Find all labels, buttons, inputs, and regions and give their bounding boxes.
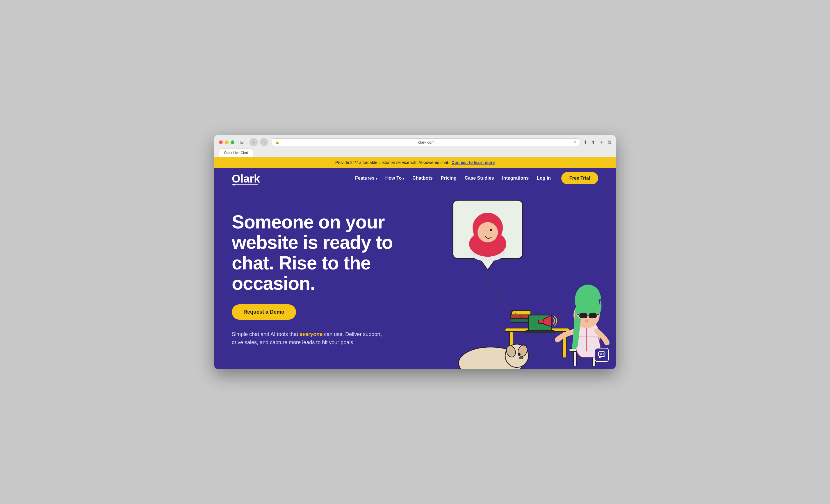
forward-button[interactable]: › (260, 138, 268, 146)
browser-controls: ⊞ ‹ › 🔒 olark.com ↻ ⬇ ⬆ ＋ ⧉ (219, 138, 611, 146)
svg-point-42 (603, 354, 604, 355)
svg-point-37 (518, 353, 520, 356)
address-bar[interactable]: 🔒 olark.com ↻ (272, 138, 580, 146)
nav-item-features[interactable]: Features ▾ (355, 175, 377, 181)
svg-rect-20 (525, 331, 554, 333)
share-icon[interactable]: ⬆ (591, 139, 595, 145)
refresh-icon[interactable]: ↻ (573, 140, 576, 144)
nav-link-login[interactable]: Log in (537, 175, 551, 181)
tab-bar: Olark Live Chat (219, 148, 611, 157)
announcement-bar: Provide 24/7 affordable customer service… (214, 157, 616, 168)
nav-link-case-studies[interactable]: Case Studies (465, 175, 494, 181)
nav-link-pricing[interactable]: Pricing (441, 175, 456, 181)
announcement-link[interactable]: Connect to learn more (452, 160, 495, 165)
nav-item-howto[interactable]: How To ▾ (385, 175, 405, 181)
browser-actions: ⬇ ⬆ ＋ ⧉ (583, 139, 611, 145)
logo-svg: Olark (232, 171, 269, 186)
maximize-button[interactable] (231, 140, 234, 144)
tabs-icon[interactable]: ⧉ (608, 139, 611, 145)
nav-link-howto[interactable]: How To ▾ (385, 175, 405, 181)
close-button[interactable] (219, 140, 223, 144)
nav-item-chatbots[interactable]: Chatbots (412, 175, 433, 181)
logo[interactable]: Olark (232, 171, 269, 186)
svg-point-41 (601, 354, 602, 355)
sidebar-toggle-icon[interactable]: ⊞ (238, 138, 246, 146)
chevron-down-icon: ▾ (376, 177, 377, 180)
svg-point-38 (519, 356, 523, 359)
nav-link-features[interactable]: Features ▾ (355, 175, 377, 181)
back-button[interactable]: ‹ (250, 138, 258, 146)
nav-item-login[interactable]: Log in (537, 175, 551, 181)
chevron-down-icon: ▾ (403, 177, 404, 180)
active-tab[interactable]: Olark Live Chat (219, 148, 253, 157)
nav-link-chatbots[interactable]: Chatbots (412, 175, 433, 181)
free-trial-button[interactable]: Free Trial (561, 172, 598, 184)
minimize-button[interactable] (225, 140, 229, 144)
hero-title: Someone on your website is ready to chat… (232, 212, 406, 294)
new-tab-icon[interactable]: ＋ (599, 139, 604, 145)
main-nav: Olark Features ▾ How To ▾ (214, 168, 616, 189)
nav-item-integrations[interactable]: Integrations (502, 175, 529, 181)
browser-nav: ‹ › (250, 138, 268, 146)
svg-rect-28 (579, 313, 587, 318)
svg-rect-29 (588, 313, 597, 318)
nav-link-integrations[interactable]: Integrations (502, 175, 529, 181)
nav-item-free-trial[interactable]: Free Trial (559, 172, 598, 184)
hero-content: Someone on your website is ready to chat… (232, 206, 406, 347)
browser-chrome: ⊞ ‹ › 🔒 olark.com ↻ ⬇ ⬆ ＋ ⧉ Olark Live C… (214, 135, 616, 157)
svg-rect-23 (574, 351, 576, 366)
svg-rect-1 (232, 184, 258, 184)
announcement-text: Provide 24/7 affordable customer service… (335, 160, 449, 165)
hero-svg (418, 195, 616, 369)
subtitle-before: Simple chat and AI tools that (232, 331, 299, 337)
svg-rect-21 (539, 320, 544, 324)
hero-section: Someone on your website is ready to chat… (214, 189, 616, 369)
nav-item-pricing[interactable]: Pricing (441, 175, 456, 181)
svg-rect-18 (512, 311, 531, 315)
website-content: Provide 24/7 affordable customer service… (214, 157, 616, 369)
nav-item-case-studies[interactable]: Case Studies (465, 175, 494, 181)
url-text: olark.com (282, 140, 571, 144)
chat-icon (598, 351, 605, 359)
traffic-lights (219, 140, 234, 144)
subtitle-highlight: everyone (299, 331, 322, 337)
browser-window: ⊞ ‹ › 🔒 olark.com ↻ ⬇ ⬆ ＋ ⧉ Olark Live C… (214, 135, 616, 369)
svg-text:Olark: Olark (232, 173, 260, 185)
svg-point-12 (490, 229, 492, 231)
lock-icon: 🔒 (276, 140, 280, 144)
hero-illustration (418, 195, 616, 369)
nav-links: Features ▾ How To ▾ Chatbots Pricing (355, 172, 598, 184)
chat-widget[interactable] (595, 348, 609, 362)
hero-subtitle: Simple chat and AI tools that everyone c… (232, 330, 389, 347)
svg-point-40 (600, 354, 601, 355)
request-demo-button[interactable]: Request a Demo (232, 304, 296, 320)
svg-point-11 (478, 222, 498, 242)
download-icon[interactable]: ⬇ (583, 139, 587, 145)
